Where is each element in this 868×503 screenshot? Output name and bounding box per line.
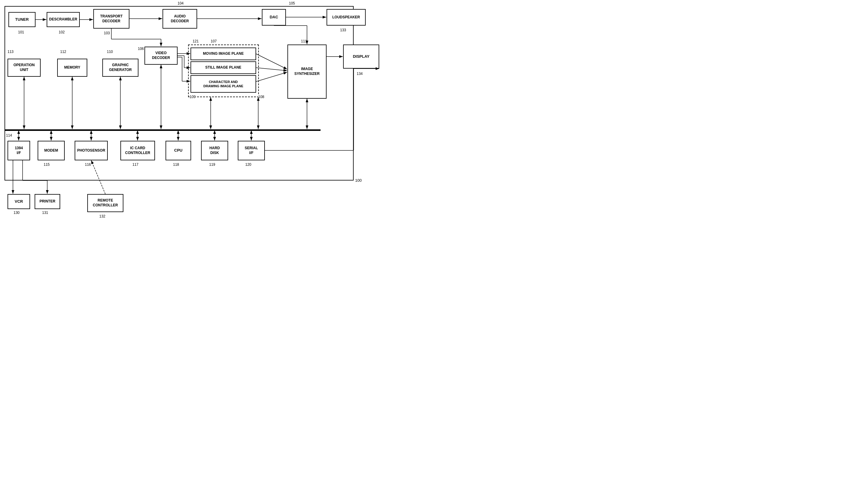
cpu-block: CPU (166, 141, 191, 160)
vcr-block: VCR (8, 194, 30, 209)
ref-117: 117 (132, 163, 138, 167)
ref-102: 102 (59, 30, 65, 34)
graphic-generator-block: GRAPHICGENERATOR (102, 59, 138, 77)
ref-115: 115 (44, 163, 50, 167)
ic-card-block: IC CARDCONTROLLER (121, 141, 155, 160)
photosensor-block: PHOTOSENSOR (75, 141, 108, 160)
ref-114: 114 (6, 133, 12, 137)
ref-132: 132 (99, 214, 105, 218)
ieee1394-block: 1394I/F (8, 141, 30, 160)
char-drawing-block: CHARACTER ANDDRAWING IMAGE PLANE (190, 75, 256, 93)
ref-113: 113 (8, 50, 13, 54)
serial-if-block: SERIALI/F (238, 141, 265, 160)
ref-116: 116 (85, 163, 91, 167)
ref-111: 111 (301, 39, 307, 43)
still-image-plane-block: STILL IMAGE PLANE (190, 61, 256, 74)
dac-block: DAC (262, 9, 286, 25)
image-synthesizer-block: IMAGESYNTHESIZER (287, 44, 327, 99)
ref-106: 106 (138, 46, 144, 51)
modem-block: MODEM (38, 141, 65, 160)
descrambler-block: DESCRAMBLER (46, 12, 80, 27)
ref-105: 105 (289, 1, 295, 6)
moving-image-plane-block: MOVING IMAGE PLANE (190, 48, 256, 60)
ref-131: 131 (42, 211, 48, 215)
ref-112: 112 (60, 50, 66, 54)
ref-118: 118 (173, 163, 179, 167)
ref-101: 101 (18, 30, 24, 34)
ref-120: 120 (245, 163, 251, 167)
ref-107: 107 (211, 39, 217, 43)
ref-119: 119 (209, 163, 215, 167)
ref-103: 103 (104, 31, 110, 35)
system-bus (4, 129, 321, 131)
ref-134: 134 (356, 72, 363, 76)
remote-controller-block: REMOTECONTROLLER (87, 194, 123, 212)
ref-130: 130 (13, 211, 20, 215)
tuner-block: TUNER (8, 12, 35, 27)
ref-133: 133 (340, 28, 346, 32)
ref-100: 100 (355, 178, 362, 182)
video-decoder-block: VIDEODECODER (144, 46, 178, 65)
transport-decoder-block: TRANSPORTDECODER (93, 9, 130, 29)
memory-block: MEMORY (57, 59, 87, 77)
diagram: TUNER 101 DESCRAMBLER 102 TRANSPORTDECOD… (0, 0, 434, 251)
ref-110: 110 (107, 50, 113, 54)
ref-104: 104 (178, 1, 184, 6)
loudspeaker-block: LOUDSPEAKER (327, 9, 366, 25)
hard-disk-block: HARDDISK (201, 141, 228, 160)
ref-121: 121 (193, 39, 199, 43)
ref-108: 108 (258, 95, 264, 99)
audio-decoder-block: AUDIODECODER (163, 9, 197, 29)
printer-block: PRINTER (34, 194, 60, 209)
display-block: DISPLAY (343, 44, 379, 69)
ref-109: 109 (189, 95, 196, 99)
operation-unit-block: OPERATIONUNIT (8, 59, 41, 77)
